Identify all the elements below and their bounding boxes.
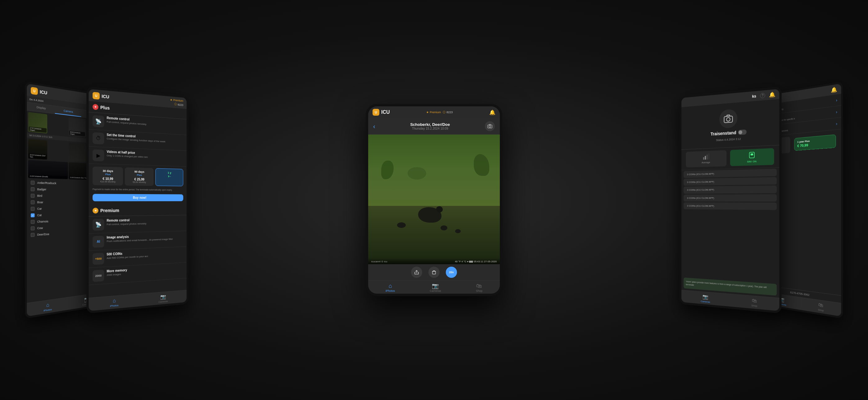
notif-bell-mr[interactable]: 🔔: [769, 91, 775, 98]
timer-button[interactable]: 20s: [446, 267, 457, 278]
photo-cell-3[interactable]: 20:04 Schoberkr (Darf Tier): [28, 139, 48, 160]
cat-boar-check[interactable]: [31, 200, 34, 204]
delete-button[interactable]: [428, 267, 440, 278]
price-30: 30 days Plus € 10,99 €10.99 Monthly: [93, 167, 123, 186]
signal-row: Average SIM: ON: [681, 145, 779, 170]
photo-cell-2[interactable]: 06:06 Schoberkr (Vogel): [69, 117, 86, 137]
svg-rect-15: [708, 154, 709, 160]
cat-car-check[interactable]: [31, 207, 34, 211]
ct-top-right: Premium ⓘ 8223: [426, 110, 453, 114]
ai-icon: AI: [93, 236, 104, 248]
video-overlay: icucam4 ⊙ icu 40 °F 4 °C ● ▮▮▮ 05:43:11 …: [368, 258, 500, 264]
share-button[interactable]: [411, 267, 422, 278]
ct-premium-badge: Premium: [426, 111, 441, 114]
center-top-bar: U ICU Premium ⓘ 8223 🔔: [368, 106, 500, 118]
photos-icon: ⌂: [46, 302, 49, 308]
feature-time-text: Set the time control Configure the image…: [107, 133, 183, 148]
buy-button[interactable]: Buy now!: [93, 194, 183, 201]
shop-icon-fr: 🛍: [818, 302, 823, 308]
transaction-5: 3 COINs (ICU CLOM APP): [684, 202, 777, 210]
cat-bird-check[interactable]: [31, 194, 34, 198]
svg-text:U: U: [33, 89, 35, 93]
nav-photos[interactable]: ⌂ iPhotos: [43, 302, 52, 312]
camera-large-icon: [719, 109, 737, 129]
svg-rect-13: [705, 156, 706, 160]
nav-photos-ml[interactable]: ⌂ iPhotos: [110, 298, 119, 308]
payment-note: Payment is made once for the entire peri…: [89, 188, 187, 193]
cat-cat-check[interactable]: ✓: [31, 213, 34, 218]
ct-controls: 20s: [368, 264, 500, 280]
icu-logo: U ICU: [31, 87, 47, 96]
photo-cell-4[interactable]: [69, 142, 86, 162]
camera-button[interactable]: [485, 121, 495, 131]
nav-cameras-ml[interactable]: 📷 Cameras: [159, 293, 168, 303]
svg-point-11: [726, 118, 730, 122]
ct-title-block: Schoberkr, Deer/Doe Thursday 15.2.2024 1…: [410, 122, 450, 130]
ct-bell[interactable]: 🔔: [489, 109, 495, 115]
cat-cow-check[interactable]: [31, 226, 34, 230]
svg-rect-17: [750, 154, 753, 155]
chevron-1[interactable]: ›: [836, 98, 837, 102]
svg-rect-14: [706, 155, 708, 160]
chevron-3[interactable]: ›: [836, 122, 837, 126]
feature-videos-text: Videos at half price Only 1 COIN is char…: [107, 150, 183, 164]
icu-logo-ml: U ICU: [93, 92, 109, 100]
svg-rect-12: [703, 157, 704, 160]
nav-cameras-mr[interactable]: 📷 Cameras: [701, 294, 710, 304]
feature-prem-remote-text: Remote control Full control, request pho…: [107, 218, 183, 230]
photo-label-1: 17:57 Schoberkr (Vogel): [29, 127, 46, 133]
pricing-row: 30 days Plus € 10,99 €10.99 Monthly 90 d…: [89, 164, 187, 189]
ct-coins: ⓘ 8223: [443, 110, 453, 114]
cat-chamois-check[interactable]: [31, 220, 34, 224]
cat-badger-check[interactable]: [31, 187, 34, 191]
icu-logo-icon: U: [31, 87, 38, 95]
nav-shop-fr[interactable]: 🛍 Shop: [818, 302, 824, 312]
sim-status: SIM: ON: [730, 148, 774, 166]
photo-cell-1[interactable]: 17:57 Schoberkr (Vogel): [28, 112, 48, 133]
premium-section-header: ★ Premium: [89, 205, 187, 216]
svg-text:U: U: [375, 110, 377, 114]
premium-badge-ml: Premium: [170, 98, 183, 102]
svg-text:U: U: [95, 94, 97, 98]
nav-shop-mr[interactable]: 🛍 Shop: [751, 298, 757, 308]
ct-icu-icon: U: [373, 109, 379, 116]
svg-rect-10: [724, 116, 733, 123]
photo-cell-5[interactable]: 21:06 Schoberkr (Einwild): [28, 160, 68, 179]
help-icon-mr[interactable]: ?: [760, 93, 765, 98]
chevron-2[interactable]: ›: [836, 109, 837, 114]
iphotos-icon: ⌂: [389, 283, 392, 289]
camera-status-section: Traisenstand Status 4.4.2024 3:12: [681, 99, 779, 150]
mid-right-tablet: ks ? 🔔 Traisenstand Status 4.4.2024 3:12: [680, 87, 782, 313]
ct-bottom-nav: ⌂ iPhotos 📷 Cameras 🛍 Shop: [368, 280, 500, 294]
feature-remote-text: Remote control Full control, request pho…: [107, 116, 183, 132]
remote-icon: 📡: [93, 115, 104, 128]
cameras-icon-ml: 📷: [160, 294, 166, 300]
ct-video-area: icucam4 ⊙ icu 40 °F 4 °C ● ▮▮▮ 05:43:11 …: [368, 135, 500, 264]
nav-shop-ct[interactable]: 🛍 Shop: [476, 283, 483, 292]
cat-deer-check[interactable]: [31, 233, 34, 237]
transaction-list: 3 COINs (ICU CLOM APP) 3 COINs (ICU CLOM…: [681, 168, 779, 282]
nav-cameras-ct[interactable]: 📷 Cameras: [430, 283, 441, 292]
ct-nav-header: ‹ Schoberkr, Deer/Doe Thursday 15.2.2024…: [368, 118, 500, 135]
transaction-3: 3 COINs (ICU CLOM APP): [684, 186, 777, 194]
premium-icon: ★: [93, 208, 98, 214]
nav-iphotos[interactable]: ⌂ iPhotos: [385, 283, 395, 292]
sim-icon: [733, 151, 772, 161]
transaction-2: 3 COINs (ICU CLOM APP): [684, 177, 777, 186]
feature-prem-remote: 📡 Remote control Full control, request p…: [89, 215, 187, 234]
coins-ml: ⓘ 8223: [174, 102, 183, 107]
camera-toggle[interactable]: [738, 129, 747, 135]
cat-antler-check[interactable]: [31, 181, 34, 185]
plus-icon: +: [93, 104, 98, 110]
back-button[interactable]: ‹: [373, 123, 375, 130]
center-tablet: U ICU Premium ⓘ 8223 🔔 ‹ Schoberkr, Deer…: [366, 104, 502, 296]
transaction-4: 3 COINs (ICU CLOM APP): [684, 194, 777, 202]
photo-label-2: 06:06 Schoberkr (Vogel): [69, 131, 85, 136]
time-icon: ⏱: [93, 132, 104, 144]
notif-bell-fr[interactable]: 🔔: [831, 86, 837, 93]
year-plus-box: 1 year Plus € 70,99: [794, 135, 836, 151]
svg-rect-8: [432, 271, 436, 274]
icu-logo-text: ICU: [40, 89, 47, 95]
shop-ct-icon: 🛍: [476, 283, 482, 289]
coins-icon: +500: [93, 253, 104, 265]
